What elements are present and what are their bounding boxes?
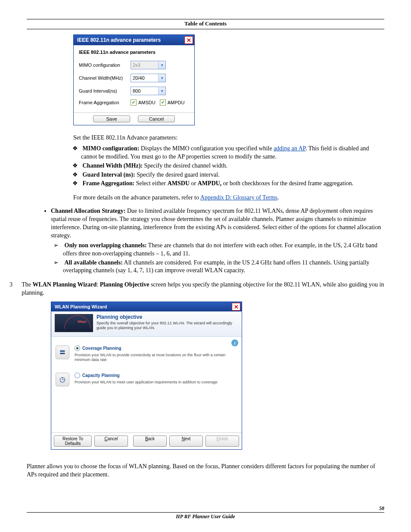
list-item: Guard Interval (ns): Specify the desired… [81,171,384,179]
objective-desc: Specify the overall objective for your 8… [97,321,238,330]
list-item: Channel Width (MHz): Specify the desired… [81,162,384,170]
step-text: The WLAN Planning Wizard: Planning Objec… [22,281,384,297]
ieee-dialog: IEEE 802.11n advance parameters ✕ IEEE 8… [73,34,195,125]
channel-width-value: 20/40 [131,75,158,81]
ieee-dialog-titlebar: IEEE 802.11n advance parameters ✕ [74,35,194,45]
ieee-dialog-subtitle: IEEE 802.11n advance parameters [79,50,190,55]
more-details: For more details on the advance paramete… [73,194,384,202]
list-item: Only non overlapping channels: These are… [63,242,384,258]
intro-text: Set the IEEE 802.11n Advance parameters: [73,134,384,142]
channel-width-select[interactable]: 20/40 ▾ [131,74,166,82]
channel-width-label: Channel Width(MHz) [79,75,131,81]
coverage-desc: Provision your WLAN to provide connectiv… [75,353,237,362]
ampdu-checkbox[interactable]: ✔ AMPDU [160,100,185,106]
checkmark-icon: ✔ [160,100,166,106]
step-number: 3 [9,281,22,297]
wlan-wizard-titlebar: WLAN Planning Wizard ✕ [51,302,242,311]
amsdu-checkbox[interactable]: ✔ AMSDU [131,100,156,106]
coverage-radio[interactable]: Coverage Planning [75,345,237,351]
guard-interval-label: Guard Interval(ns) [79,88,131,93]
toc-header: Table of Contents [27,20,384,27]
mbps-label: Mbps [78,320,87,324]
wizard-header: Mbps Planning objective Specify the over… [51,311,242,337]
cancel-button[interactable]: Cancel [94,436,128,447]
tail-text: Planner allows you to choose the focus o… [27,463,384,479]
capacity-label: Capacity Planning [82,373,120,378]
radio-icon [75,373,80,378]
checkmark-icon: ✔ [131,100,137,106]
mimo-label: MIMO configuration [79,62,131,68]
capacity-icon: ◷ [56,373,69,386]
finish-button: Finish [206,436,239,447]
guard-interval-select[interactable]: 800 ▾ [131,87,166,95]
frame-aggregation-label: Frame Aggregation [79,100,131,105]
glossary-link[interactable]: Appendix D: Glossary of Terms [200,194,277,201]
list-item: MIMO configuration: Displays the MIMO co… [81,145,384,161]
capacity-radio[interactable]: Capacity Planning [75,373,237,378]
adding-ap-link[interactable]: adding an AP [274,145,305,152]
cancel-button[interactable]: Cancel [138,115,175,122]
restore-defaults-button[interactable]: Restore To Defaults [54,436,92,447]
chevron-down-icon[interactable]: ▾ [158,87,165,95]
wlan-wizard-title: WLAN Planning Wizard [55,304,107,309]
mimo-select: 2x3 ▾ [131,61,166,69]
next-button[interactable]: Next [169,436,203,447]
mimo-value: 2x3 [131,62,158,68]
page-number: 58 [379,505,384,512]
coverage-label: Coverage Planning [82,346,121,351]
ampdu-label: AMPDU [168,100,185,105]
list-item: All available channels: All channels are… [63,259,384,275]
close-icon[interactable]: ✕ [232,303,240,311]
amsdu-label: AMSDU [138,100,156,105]
list-item: Frame Aggregation: Select either AMSDU o… [81,180,384,188]
list-item: Channel Allocation Strategy: Due to limi… [51,207,384,275]
guard-interval-value: 800 [131,88,158,93]
gauge-image: Mbps [55,314,93,332]
save-button[interactable]: Save [93,115,130,122]
capacity-desc: Provision your WLAN to meet user applica… [75,380,237,385]
wlan-wizard-dialog: WLAN Planning Wizard ✕ Mbps Planning obj… [51,302,242,450]
ieee-dialog-title: IEEE 802.11n advance parameters [77,37,161,43]
coverage-icon: 〓 [56,345,69,359]
objective-title: Planning objective [97,314,238,320]
chevron-down-icon: ▾ [158,61,165,69]
footer-title: HP RF Planner User Guide [27,513,384,520]
close-icon[interactable]: ✕ [184,36,193,44]
chevron-down-icon[interactable]: ▾ [158,74,165,82]
radio-icon [75,345,80,351]
back-button[interactable]: Back [133,436,167,447]
